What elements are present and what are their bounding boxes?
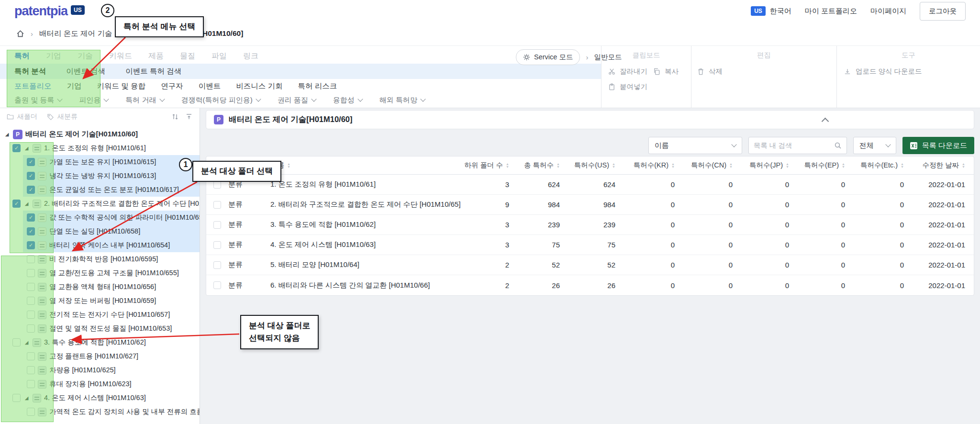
column-header-2[interactable]: 하위 폴더 수▲▼ bbox=[460, 161, 518, 170]
sort-icon[interactable]: ▲▼ bbox=[962, 163, 965, 168]
collapse-all-icon[interactable] bbox=[185, 113, 193, 121]
tree-item-checkbox[interactable]: ✓ bbox=[27, 213, 35, 222]
sort-icon[interactable]: ▲▼ bbox=[506, 163, 509, 168]
tree-item-checkbox[interactable] bbox=[27, 311, 35, 319]
sort-icon[interactable]: ▲▼ bbox=[901, 163, 904, 168]
tree-item-checkbox[interactable] bbox=[27, 283, 35, 291]
tree-item-19[interactable]: ◢4. 온도 제어 시스템 [H01M10/63] bbox=[0, 391, 200, 405]
list-download-button[interactable]: 목록 다운로드 bbox=[902, 137, 974, 154]
tree-item-2[interactable]: ✓가열 또는 보온 유지 [H01M10/615] bbox=[0, 155, 200, 169]
paste-button[interactable]: 붙여넣기 bbox=[608, 82, 647, 91]
search-icon[interactable] bbox=[834, 142, 842, 149]
row-checkbox[interactable] bbox=[213, 281, 221, 289]
menu-sub-item-1[interactable]: 이벤트 검색 bbox=[66, 67, 105, 77]
tree-item-17[interactable]: 차량용 [H01M10/625] bbox=[0, 363, 200, 377]
menu-filter-dropdown-5[interactable]: 융합성 bbox=[333, 96, 362, 105]
table-row-4[interactable]: 분류5. 배터리 모양 [H01M10/64]25252000002022-01… bbox=[206, 255, 974, 275]
column-header-3[interactable]: 총 특허수▲▼ bbox=[518, 161, 568, 170]
tree-expand-arrow[interactable]: ◢ bbox=[23, 340, 30, 345]
table-row-2[interactable]: 분류3. 특수 용도에 적합 [H01M10/62]32392390000020… bbox=[206, 215, 974, 235]
tree-item-checkbox[interactable] bbox=[27, 380, 35, 388]
tree-item-checkbox[interactable]: ✓ bbox=[27, 227, 35, 235]
menu-section-item-5[interactable]: 비즈니스 기회 bbox=[236, 81, 282, 91]
tree-item-checkbox[interactable] bbox=[12, 338, 21, 346]
tree-item-12[interactable]: 열 저장 또는 버퍼링 [H01M10/659] bbox=[0, 294, 200, 308]
menu-sub-item-0[interactable]: 특허 분석 bbox=[14, 67, 46, 77]
cut-button[interactable]: 잘라내기 bbox=[608, 67, 647, 76]
new-folder-button[interactable]: 새폴더 bbox=[7, 112, 37, 121]
tree-item-14[interactable]: 절연 및 열적 전도성 물질 [H01M10/653] bbox=[0, 322, 200, 335]
menu-tab-3[interactable]: 키워드 bbox=[109, 51, 132, 61]
logo[interactable]: patentpia US bbox=[14, 4, 85, 18]
menu-tab-5[interactable]: 물질 bbox=[180, 51, 195, 61]
sort-icon[interactable]: ▲▼ bbox=[786, 163, 789, 168]
menu-tab-4[interactable]: 제품 bbox=[148, 51, 164, 61]
column-header-6[interactable]: 특허수(CN)▲▼ bbox=[683, 161, 741, 170]
menu-section-item-0[interactable]: 포트폴리오 bbox=[14, 81, 52, 91]
tree-item-10[interactable]: 열 교환/전도용 고체 구조물 [H01M10/655] bbox=[0, 266, 200, 280]
scope-select[interactable]: 전체 bbox=[853, 137, 896, 154]
sort-icon[interactable]: ▲▼ bbox=[287, 163, 290, 168]
copy-button[interactable]: 복사 bbox=[653, 67, 679, 76]
language-selector[interactable]: US 한국어 bbox=[751, 6, 791, 16]
tree-item-13[interactable]: 전기적 또는 전자기 수단 [H01M10/657] bbox=[0, 308, 200, 322]
row-checkbox[interactable] bbox=[213, 221, 221, 229]
column-header-1[interactable]: 이름▲▼ bbox=[270, 161, 460, 170]
tree-item-checkbox[interactable] bbox=[27, 269, 35, 277]
tree-root-item[interactable]: ◢P배터리 온도 제어 기술[H01M10/60] bbox=[0, 127, 200, 141]
menu-filter-dropdown-4[interactable]: 권리 품질 bbox=[278, 96, 316, 105]
tree-item-15[interactable]: ◢3. 특수 용도에 적합 [H01M10/62] bbox=[0, 335, 200, 349]
menu-tab-1[interactable]: 기업 bbox=[46, 51, 61, 61]
tree-item-8[interactable]: ✓배터리 안쪽 케이스 내부 [H01M10/654] bbox=[0, 238, 200, 252]
row-checkbox[interactable] bbox=[213, 201, 221, 209]
menu-filter-dropdown-2[interactable]: 특허 거래 bbox=[125, 96, 164, 105]
tree-item-3[interactable]: ✓냉각 또는 냉방 유지 [H01M10/613] bbox=[0, 169, 200, 183]
tree-item-1[interactable]: ✓◢1. 온도 조정의 유형 [H01M10/61] bbox=[0, 141, 200, 155]
menu-filter-dropdown-1[interactable]: 피인용 bbox=[79, 96, 108, 105]
tree-item-checkbox[interactable]: ✓ bbox=[27, 241, 35, 249]
tree-item-16[interactable]: 고정 플랜트용 [H01M10/627] bbox=[0, 349, 200, 363]
list-search-input[interactable] bbox=[754, 142, 831, 149]
sort-icon[interactable]: ▲▼ bbox=[729, 163, 733, 168]
table-row-1[interactable]: 분류2. 배터리와 구조적으로 결합한 온도 제어 수단 [H01M10/65]… bbox=[206, 195, 974, 215]
sort-field-select[interactable]: 이름 bbox=[648, 137, 742, 154]
delete-button[interactable]: 삭제 bbox=[697, 67, 723, 76]
chevron-up-icon[interactable] bbox=[822, 118, 829, 125]
tree-expand-arrow[interactable]: ◢ bbox=[23, 201, 30, 206]
tree-item-checkbox[interactable]: ✓ bbox=[27, 186, 35, 194]
tree-sort-icon[interactable] bbox=[171, 113, 179, 121]
new-class-button[interactable]: 새분류 bbox=[47, 112, 78, 121]
service-mode-button[interactable]: Service 모드 bbox=[516, 49, 580, 65]
table-row-0[interactable]: 분류1. 온도 조정의 유형 [H01M10/61]36246240000020… bbox=[206, 175, 974, 195]
menu-section-item-2[interactable]: 키워드 및 융합 bbox=[97, 81, 146, 91]
menu-tab-7[interactable]: 링크 bbox=[243, 51, 258, 61]
tree-item-checkbox[interactable] bbox=[27, 408, 35, 416]
tree-item-checkbox[interactable]: ✓ bbox=[12, 144, 21, 152]
tree-item-checkbox[interactable]: ✓ bbox=[27, 158, 35, 166]
home-icon[interactable] bbox=[16, 30, 24, 38]
column-header-8[interactable]: 특허수(EP)▲▼ bbox=[798, 161, 854, 170]
sort-icon[interactable]: ▲▼ bbox=[671, 163, 675, 168]
menu-section-item-6[interactable]: 특허 리스크 bbox=[298, 81, 337, 91]
tree-item-20[interactable]: 가역적 온도 감지 장치의 사용 및 내부 전류의 흐름 제어 bbox=[0, 405, 200, 419]
sort-icon[interactable]: ▲▼ bbox=[612, 163, 615, 168]
tree-item-checkbox[interactable]: ✓ bbox=[12, 200, 21, 208]
tree-item-checkbox[interactable] bbox=[27, 297, 35, 305]
menu-section-item-3[interactable]: 연구자 bbox=[161, 81, 183, 91]
sort-icon[interactable]: ▲▼ bbox=[557, 163, 560, 168]
tree-item-6[interactable]: ✓값 또는 수학적 공식에 의한 파라미터 [H01M10/651] bbox=[0, 211, 200, 224]
menu-tab-2[interactable]: 기술 bbox=[78, 51, 93, 61]
tree-expand-arrow[interactable]: ◢ bbox=[4, 132, 10, 137]
tree-item-9[interactable]: 비 전기화학적 반응 [H01M10/6595] bbox=[0, 252, 200, 266]
tree-item-checkbox[interactable] bbox=[27, 255, 35, 263]
upload-template-download-button[interactable]: 업로드 양식 다운로드 bbox=[844, 67, 922, 76]
tree-item-5[interactable]: ✓◢2. 배터리와 구조적으로 결합한 온도 제어 수단 [H01M10/65] bbox=[0, 197, 200, 211]
table-row-5[interactable]: 분류6. 배터리와 다른 시스템 간의 열교환 [H01M10/66]22626… bbox=[206, 275, 974, 295]
column-header-4[interactable]: 특허수(US)▲▼ bbox=[568, 161, 624, 170]
tree-item-4[interactable]: ✓온도 균일성 또는 온도 분포 [H01M10/617] bbox=[0, 183, 200, 197]
column-header-7[interactable]: 특허수(JP)▲▼ bbox=[741, 161, 798, 170]
tree-item-checkbox[interactable] bbox=[27, 366, 35, 374]
tree-expand-arrow[interactable]: ◢ bbox=[23, 145, 30, 151]
tree-item-checkbox[interactable]: ✓ bbox=[27, 172, 35, 180]
nav-my-portfolio[interactable]: 마이 포트폴리오 bbox=[805, 7, 857, 16]
